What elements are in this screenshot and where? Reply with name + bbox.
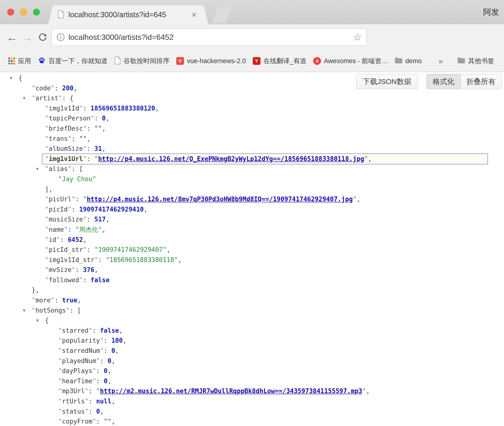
json-token: " [45, 256, 49, 264]
json-token: , [178, 256, 182, 264]
collapse-toggle-icon[interactable]: ▼ [23, 306, 25, 316]
json-token: " [83, 246, 87, 253]
bookmark-item-baidu[interactable]: 百度一下，你就知道 [34, 55, 111, 67]
json-token: : [75, 196, 83, 203]
collapse-toggle-icon[interactable]: ▼ [36, 164, 39, 174]
json-string-value: "周杰伦" [75, 226, 102, 233]
json-null-value: null [96, 398, 111, 405]
json-close-bracket: } [32, 286, 36, 294]
json-token: " [91, 115, 94, 122]
site-info-icon[interactable]: i [57, 33, 65, 41]
url-bar[interactable]: i localhost:3000/artists?id=6452 ☆ [51, 28, 367, 46]
back-button[interactable]: ← [5, 24, 19, 50]
url-input[interactable]: localhost:3000/artists?id=6452 [68, 33, 350, 42]
json-key: artist [35, 94, 58, 102]
format-button[interactable]: 格式化 [427, 74, 460, 89]
json-token: : [62, 94, 70, 102]
tab-title: localhost:3000/artists?id=645 [68, 10, 186, 19]
json-token: " [45, 145, 49, 152]
json-token: " [51, 297, 55, 304]
json-num-value: 517 [94, 216, 106, 223]
forward-button: → [20, 24, 34, 50]
json-token: , [49, 186, 53, 193]
json-token: : [89, 387, 96, 395]
window-minimize-button[interactable] [20, 9, 27, 16]
json-token: , [119, 327, 123, 334]
browser-tab[interactable]: localhost:3000/artists?id=645 × [48, 5, 208, 24]
json-token: " [58, 377, 62, 385]
profile-name[interactable]: 阿发 [483, 0, 499, 24]
json-token: " [45, 125, 49, 132]
json-key: img1v1Id_str [49, 256, 94, 264]
collapse-all-button[interactable]: 折叠所有 [460, 74, 501, 89]
json-token: " [72, 266, 76, 273]
json-token: " [58, 418, 62, 425]
window-controls [7, 9, 40, 16]
json-token: : [83, 105, 91, 112]
json-token: " [45, 135, 49, 142]
json-token: " [58, 387, 62, 395]
collapse-toggle-icon[interactable]: ▼ [23, 93, 25, 103]
bookmark-item-demo[interactable]: demo [391, 55, 425, 67]
bookmark-item-youdao[interactable]: Y 在线翻译_有道 [249, 55, 310, 67]
json-token: " [58, 94, 62, 102]
json-token: , [368, 155, 372, 162]
bookmark-star-icon[interactable]: ☆ [353, 32, 362, 43]
json-line: }, [0, 285, 504, 295]
json-key: followed [49, 276, 79, 284]
json-num-value: 376 [83, 266, 94, 273]
json-token: " [45, 206, 49, 213]
json-num-value: 200 [62, 85, 74, 92]
json-token: : [72, 165, 79, 172]
json-token: " [45, 226, 49, 233]
json-token: " [85, 398, 89, 405]
json-line: "status": 0, [0, 407, 504, 417]
json-empty-string-value: "" [94, 125, 102, 132]
json-line: "copyFrom": "", [0, 417, 504, 426]
json-token: , [108, 367, 111, 375]
bookmark-item-vue-hackernews[interactable]: V vue-hackernews-2.0 [173, 55, 249, 67]
new-tab-button[interactable] [212, 7, 232, 23]
bookmark-item-apps[interactable]: 应用 [5, 55, 34, 67]
json-line: "picUrl": "http://p4.music.126.net/8mv7q… [0, 194, 504, 204]
tab-close-icon[interactable]: × [191, 10, 198, 19]
collapse-toggle-icon[interactable]: ▼ [10, 73, 12, 83]
other-bookmarks-folder[interactable]: 其他书签 [454, 55, 498, 67]
json-token: , [144, 206, 148, 213]
json-url-link[interactable]: http://p4.music.126.net/8mv7qP30Pd3oHW8b… [87, 196, 353, 203]
collapse-toggle-icon[interactable]: ▼ [36, 315, 39, 326]
json-line: ▼"artist": { [0, 93, 504, 103]
json-token: : [87, 125, 94, 132]
json-url-link[interactable]: http://m2.music.126.net/RMJR7wDullRqppBk… [100, 387, 362, 395]
json-token: " [96, 387, 100, 395]
json-key: more [35, 297, 51, 304]
download-json-button[interactable]: 下载JSON数据 [356, 74, 418, 89]
window-close-button[interactable] [7, 9, 14, 16]
json-key: id [49, 236, 56, 243]
json-token: " [45, 165, 49, 172]
bookmark-item-awesomes[interactable]: A Awesomes - 前端资… [310, 55, 391, 67]
bookmarks-overflow-chevron[interactable]: » [438, 57, 443, 66]
json-url-link[interactable]: http://p4.music.126.net/Q_ExePNkmgB2yWyL… [98, 155, 364, 162]
json-tree: ▼{"code": 200,▼"artist": {"img1v1Id": 18… [0, 72, 504, 426]
json-key: rtUrls [62, 398, 85, 405]
json-line: "mp3Url": "http://m2.music.126.net/RMJR7… [0, 386, 504, 396]
json-bool-value: false [91, 276, 109, 284]
json-open-bracket: [ [77, 307, 81, 314]
bookmark-item-google-sort[interactable]: 谷歌按时间排序 [111, 55, 173, 67]
json-token: " [58, 398, 62, 405]
window-zoom-button[interactable] [33, 9, 40, 16]
json-token: , [102, 125, 106, 132]
json-token: " [64, 226, 68, 233]
json-key: briefDesc [49, 125, 83, 132]
reload-button[interactable] [36, 24, 50, 50]
json-token: " [72, 196, 76, 203]
json-token: , [102, 145, 106, 152]
json-key: dayPlays [62, 367, 92, 375]
json-token: " [66, 307, 70, 314]
json-num-value: 19097417462929410 [79, 206, 144, 213]
json-token: " [45, 155, 49, 162]
json-open-bracket: { [18, 74, 22, 82]
json-token: , [357, 196, 361, 203]
json-close-bracket: ] [45, 186, 49, 193]
